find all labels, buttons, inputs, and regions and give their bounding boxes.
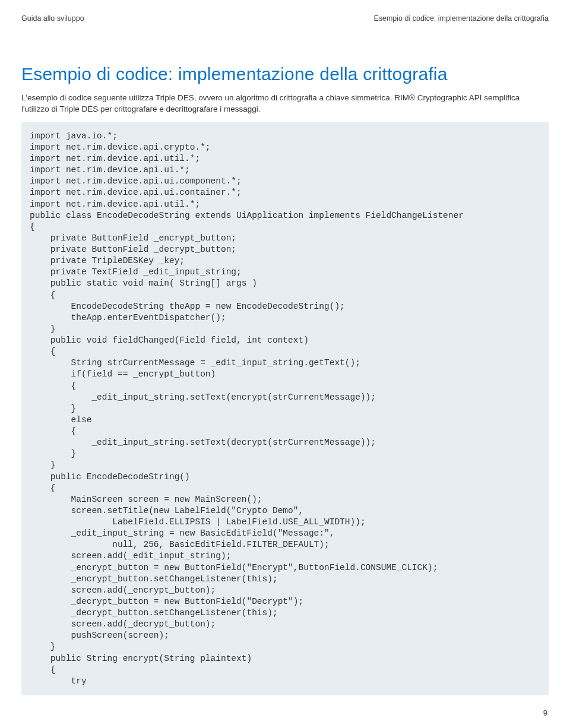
document-header: Guida allo sviluppo Esempio di codice: i…: [21, 14, 549, 23]
intro-paragraph: L'esempio di codice seguente utilizza Tr…: [21, 93, 549, 115]
page-title: Esempio di codice: implementazione della…: [21, 64, 549, 84]
page-number: 9: [543, 708, 547, 717]
header-right: Esempio di codice: implementazione della…: [373, 14, 549, 23]
header-left: Guida allo sviluppo: [21, 14, 84, 23]
code-sample: import java.io.*; import net.rim.device.…: [21, 122, 549, 695]
